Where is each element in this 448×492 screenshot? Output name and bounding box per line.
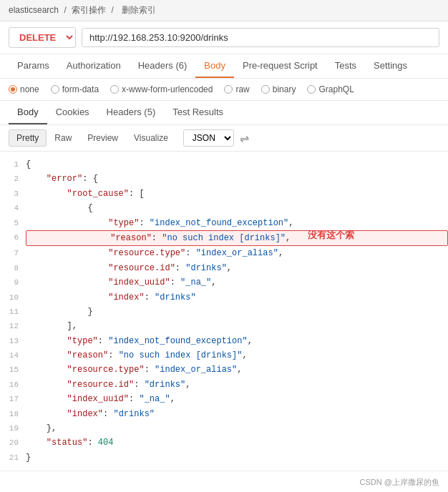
code-line: 11 } xyxy=(0,305,448,319)
line-content: "index_uuid": "_na_", xyxy=(26,275,448,290)
code-line: 16 "resource.id": "drinks", xyxy=(0,378,448,392)
radio-options-row: none form-data x-www-form-urlencoded raw… xyxy=(0,79,448,101)
line-number: 18 xyxy=(0,407,26,421)
line-number: 15 xyxy=(0,363,26,377)
line-content: "reason": "no such index [drinks]", xyxy=(26,230,448,246)
line-content: "type": "index_not_found_exception", xyxy=(26,216,448,230)
code-line: 2 "error": { xyxy=(0,172,448,186)
line-number: 16 xyxy=(0,378,26,392)
line-content: "resource.type": "index_or_alias", xyxy=(26,363,448,377)
tab-tests[interactable]: Tests xyxy=(326,54,365,78)
code-block: 1{2 "error": {3 "root_cause": [4 {5 "typ… xyxy=(0,152,448,471)
tab-body[interactable]: Body xyxy=(195,54,234,78)
line-number: 10 xyxy=(0,290,26,305)
line-content: "root_cause": [ xyxy=(26,187,448,201)
breadcrumb-part-3: 删除索引 xyxy=(122,5,156,15)
line-number: 11 xyxy=(0,305,26,319)
radio-dot-raw xyxy=(224,85,233,94)
code-line: 4 { xyxy=(0,201,448,215)
line-number: 19 xyxy=(0,421,26,436)
code-line: 20 "status": 404 xyxy=(0,436,448,450)
code-line: 9 "index_uuid": "_na_", xyxy=(0,275,448,290)
line-content: ], xyxy=(26,319,448,333)
line-number: 6 xyxy=(0,230,26,245)
line-content: "index_uuid": "_na_", xyxy=(26,392,448,406)
line-content: "resource.id": "drinks", xyxy=(26,261,448,275)
line-number: 14 xyxy=(0,348,26,363)
line-content: "status": 404 xyxy=(26,436,448,450)
sub-tabs-row: Pretty Raw Preview Visualize JSON ⇌ xyxy=(0,125,448,152)
tab-params[interactable]: Params xyxy=(9,54,58,78)
line-content: { xyxy=(26,201,448,215)
line-number: 4 xyxy=(0,201,26,215)
line-content: "index": "drinks" xyxy=(26,290,448,305)
url-input[interactable] xyxy=(82,28,439,47)
line-content: "index": "drinks" xyxy=(26,407,448,421)
breadcrumb: elasticsearch / 索引操作 / 删除索引 xyxy=(0,0,448,21)
method-select[interactable]: DELETE xyxy=(9,27,76,48)
line-content: "resource.id": "drinks", xyxy=(26,378,448,392)
code-line: 8 "resource.id": "drinks", xyxy=(0,261,448,275)
line-content: "type": "index_not_found_exception", xyxy=(26,334,448,348)
code-line: 3 "root_cause": [ xyxy=(0,187,448,201)
subtab-visualize[interactable]: Visualize xyxy=(126,129,176,147)
tabs-row1: Params Authorization Headers (6) Body Pr… xyxy=(0,54,448,79)
format-select[interactable]: JSON xyxy=(183,129,234,147)
radio-dot-form-data xyxy=(51,85,59,94)
code-line: 18 "index": "drinks" xyxy=(0,407,448,421)
radio-dot-graphql xyxy=(307,85,316,94)
line-number: 12 xyxy=(0,319,26,333)
url-bar: DELETE xyxy=(0,21,448,54)
code-line: 17 "index_uuid": "_na_", xyxy=(0,392,448,406)
code-line: 15 "resource.type": "index_or_alias", xyxy=(0,363,448,377)
radio-graphql[interactable]: GraphQL xyxy=(307,84,354,94)
radio-urlencoded[interactable]: x-www-form-urlencoded xyxy=(110,84,213,94)
code-line: 10 "index": "drinks" xyxy=(0,290,448,305)
line-number: 17 xyxy=(0,392,26,406)
code-container: 1{2 "error": {3 "root_cause": [4 {5 "typ… xyxy=(0,152,448,471)
line-number: 20 xyxy=(0,436,26,450)
tab-headers[interactable]: Headers (6) xyxy=(130,54,196,78)
line-content: }, xyxy=(26,421,448,436)
line-number: 7 xyxy=(0,246,26,260)
code-line: 21} xyxy=(0,451,448,465)
radio-raw[interactable]: raw xyxy=(224,84,249,94)
radio-none[interactable]: none xyxy=(9,84,39,94)
line-content: } xyxy=(26,451,448,465)
tab-authorization[interactable]: Authorization xyxy=(58,54,130,78)
code-line: 12 ], xyxy=(0,319,448,333)
code-line: 13 "type": "index_not_found_exception", xyxy=(0,334,448,348)
tab-settings[interactable]: Settings xyxy=(365,54,416,78)
tab2-test-results[interactable]: Test Results xyxy=(164,101,232,124)
subtab-pretty[interactable]: Pretty xyxy=(9,129,47,147)
tabs-row2: Body Cookies Headers (5) Test Results xyxy=(0,101,448,125)
line-content: { xyxy=(26,157,448,172)
line-content: "resource.type": "index_or_alias", xyxy=(26,246,448,260)
line-content: "error": { xyxy=(26,172,448,186)
line-number: 2 xyxy=(0,172,26,186)
line-number: 21 xyxy=(0,451,26,465)
tab2-cookies[interactable]: Cookies xyxy=(47,101,98,124)
footer: CSDN @上岸撒尿的鱼 xyxy=(0,471,448,492)
radio-dot-none xyxy=(9,85,17,94)
line-number: 3 xyxy=(0,187,26,201)
code-line: 5 "type": "index_not_found_exception", xyxy=(0,216,448,230)
tab-pre-request[interactable]: Pre-request Script xyxy=(234,54,326,78)
line-number: 8 xyxy=(0,261,26,275)
breadcrumb-part-1[interactable]: elasticsearch xyxy=(9,5,59,15)
tab2-body[interactable]: Body xyxy=(9,101,47,124)
line-content: "reason": "no such index [drinks]", xyxy=(26,348,448,363)
subtab-preview[interactable]: Preview xyxy=(79,129,126,147)
filter-icon[interactable]: ⇌ xyxy=(240,132,249,145)
radio-form-data[interactable]: form-data xyxy=(51,84,99,94)
tab2-headers[interactable]: Headers (5) xyxy=(98,101,165,124)
breadcrumb-part-2[interactable]: 索引操作 xyxy=(72,5,106,15)
subtab-raw[interactable]: Raw xyxy=(47,129,79,147)
line-number: 9 xyxy=(0,275,26,290)
line-number: 1 xyxy=(0,157,26,172)
radio-binary[interactable]: binary xyxy=(261,84,296,94)
line-number: 5 xyxy=(0,216,26,230)
line-content: } xyxy=(26,305,448,319)
code-line: 7 "resource.type": "index_or_alias", xyxy=(0,246,448,260)
code-line: 14 "reason": "no such index [drinks]", xyxy=(0,348,448,363)
